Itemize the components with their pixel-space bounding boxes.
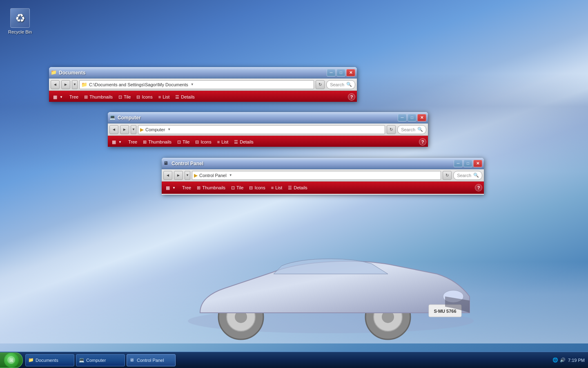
- start-orb: ⊞: [4, 353, 19, 368]
- documents-thumbnails-button[interactable]: ⊞ Thumbnails: [82, 92, 115, 102]
- control-panel-window-icon: 🖥: [163, 160, 170, 167]
- documents-tile-button[interactable]: ⊡ Tile: [116, 92, 133, 102]
- control-panel-view-button[interactable]: ▦ ▼: [163, 183, 179, 193]
- documents-view-icon: ▦: [53, 94, 57, 100]
- control-panel-toolbar: ▦ ▼ Tree ⊞ Thumbnails ⊡ Tile ⊟ Icons ≡ L…: [162, 182, 484, 194]
- control-panel-close-button[interactable]: ✕: [473, 160, 482, 167]
- computer-view-dropdown[interactable]: ▼: [118, 137, 122, 147]
- documents-back-button[interactable]: ◄: [51, 80, 60, 89]
- documents-titlebar[interactable]: 📁 Documents ─ □ ✕: [49, 67, 357, 79]
- computer-nav-dropdown[interactable]: ▼: [131, 125, 136, 134]
- documents-window-icon: 📁: [51, 70, 57, 76]
- documents-details-button[interactable]: ☰ Details: [173, 92, 197, 102]
- control-panel-details-button[interactable]: ☰ Details: [285, 183, 310, 193]
- taskbar-controlpanel-label: Control Panel: [137, 358, 164, 363]
- documents-search-button[interactable]: 🔍: [346, 81, 352, 88]
- documents-search-box[interactable]: Search 🔍: [326, 80, 355, 89]
- computer-icons-button[interactable]: ⊟ Icons: [193, 137, 214, 147]
- computer-thumbnails-button[interactable]: ⊞ Thumbnails: [140, 137, 174, 147]
- control-panel-maximize-button[interactable]: □: [463, 160, 472, 167]
- control-panel-icons-button[interactable]: ⊟ Icons: [247, 183, 267, 193]
- computer-minimize-button[interactable]: ─: [398, 114, 407, 121]
- control-panel-thumbnails-button[interactable]: ⊞ Thumbnails: [194, 183, 228, 193]
- documents-address-dropdown[interactable]: ▼: [191, 83, 194, 86]
- control-panel-help-button[interactable]: ?: [475, 184, 482, 191]
- documents-close-button[interactable]: ✕: [346, 69, 355, 76]
- computer-icons-label: Icons: [200, 139, 211, 144]
- control-panel-tree-button[interactable]: Tree: [180, 183, 194, 193]
- control-panel-thumb-icon: ⊞: [197, 185, 200, 191]
- control-panel-nav-dropdown[interactable]: ▼: [185, 171, 190, 180]
- computer-address-bar: ◄ ► ▼ ▶ Computer ▼ ↻ Search 🔍: [108, 123, 428, 136]
- tray-icons: 🌐 🔊: [552, 357, 566, 363]
- system-clock: 7:19 PM: [568, 358, 585, 363]
- documents-icons-button[interactable]: ⊟ Icons: [134, 92, 155, 102]
- control-panel-tile-button[interactable]: ⊡ Tile: [229, 183, 246, 193]
- documents-view-dropdown[interactable]: ▼: [59, 92, 64, 102]
- computer-tree-button[interactable]: Tree: [126, 137, 140, 147]
- documents-forward-button[interactable]: ►: [61, 80, 70, 89]
- computer-view-icon: ▦: [112, 139, 116, 145]
- computer-thumbnails-label: Thumbnails: [148, 139, 172, 144]
- control-panel-titlebar[interactable]: 🖥 Control Panel ─ □ ✕: [162, 158, 484, 169]
- computer-icons-icon: ⊟: [195, 139, 199, 145]
- taskbar-documents-label: Documents: [36, 358, 58, 363]
- documents-refresh-button[interactable]: ↻: [316, 80, 325, 89]
- computer-back-button[interactable]: ◄: [109, 125, 118, 134]
- computer-forward-button[interactable]: ►: [120, 125, 129, 134]
- documents-address-box[interactable]: 📁 C:\Documents and Settings\Sagor\My Doc…: [79, 80, 314, 89]
- control-panel-list-label: List: [275, 185, 282, 190]
- recycle-bin[interactable]: ♻ Recycle Bin: [8, 8, 32, 34]
- computer-details-button[interactable]: ☰ Details: [232, 137, 256, 147]
- documents-minimize-button[interactable]: ─: [327, 69, 336, 76]
- computer-address-dropdown[interactable]: ▼: [167, 128, 171, 131]
- control-panel-window-title: Control Panel: [172, 161, 454, 166]
- computer-tile-button[interactable]: ⊡ Tile: [175, 137, 192, 147]
- control-panel-minimize-button[interactable]: ─: [454, 160, 463, 167]
- computer-tree-label: Tree: [128, 139, 137, 144]
- computer-details-label: Details: [240, 139, 254, 144]
- taskbar-documents-button[interactable]: 📁 Documents: [25, 354, 74, 366]
- documents-help-button[interactable]: ?: [348, 93, 355, 101]
- computer-search-button[interactable]: 🔍: [417, 126, 423, 133]
- control-panel-back-button[interactable]: ◄: [163, 171, 172, 180]
- ground-decoration: [0, 262, 588, 343]
- documents-view-button[interactable]: ▦ ▼: [51, 92, 66, 102]
- control-panel-window-controls: ─ □ ✕: [454, 160, 482, 167]
- computer-help-button[interactable]: ?: [419, 138, 426, 146]
- network-icon: 🌐: [552, 357, 558, 363]
- documents-list-button[interactable]: ≡ List: [156, 92, 172, 102]
- computer-list-button[interactable]: ≡ List: [215, 137, 231, 147]
- taskbar-computer-button[interactable]: 💻 Computer: [76, 354, 125, 366]
- start-button[interactable]: ⊞: [0, 352, 23, 368]
- computer-search-box[interactable]: Search 🔍: [397, 125, 426, 134]
- documents-tree-button[interactable]: Tree: [67, 92, 81, 102]
- control-panel-icons-label: Icons: [254, 185, 265, 190]
- computer-maximize-button[interactable]: □: [408, 114, 416, 121]
- computer-refresh-button[interactable]: ↻: [387, 125, 396, 134]
- documents-nav-dropdown[interactable]: ▼: [72, 80, 78, 89]
- control-panel-search-text: Search: [457, 173, 471, 178]
- control-panel-view-dropdown[interactable]: ▼: [172, 183, 176, 193]
- control-panel-search-box[interactable]: Search 🔍: [453, 171, 482, 180]
- taskbar-controlpanel-button[interactable]: 🖥 Control Panel: [127, 354, 176, 366]
- computer-details-icon: ☰: [234, 139, 238, 145]
- computer-toolbar: ▦ ▼ Tree ⊞ Thumbnails ⊡ Tile ⊟ Icons ≡ L…: [108, 136, 428, 147]
- taskbar-tray: 🌐 🔊 7:19 PM: [552, 357, 588, 363]
- documents-toolbar: ▦ ▼ Tree ⊞ Thumbnails ⊡ Tile ⊟ Icons ≡ L…: [49, 91, 357, 102]
- computer-titlebar[interactable]: 💻 Computer ─ □ ✕: [108, 112, 428, 123]
- documents-icons-label: Icons: [142, 94, 152, 99]
- control-panel-address-dropdown[interactable]: ▼: [229, 173, 232, 177]
- documents-maximize-button[interactable]: □: [336, 69, 345, 76]
- computer-address-box[interactable]: ▶ Computer ▼: [138, 125, 385, 134]
- computer-close-button[interactable]: ✕: [417, 114, 426, 121]
- control-panel-address-box[interactable]: ▶ Control Panel ▼: [192, 171, 441, 180]
- control-panel-search-button[interactable]: 🔍: [473, 172, 479, 179]
- control-panel-list-button[interactable]: ≡ List: [269, 183, 285, 193]
- computer-tile-label: Tile: [183, 139, 189, 144]
- control-panel-icons-icon: ⊟: [249, 185, 253, 191]
- control-panel-refresh-button[interactable]: ↻: [443, 171, 452, 180]
- taskbar-controlpanel-icon: 🖥: [129, 357, 135, 363]
- computer-view-button[interactable]: ▦ ▼: [109, 137, 125, 147]
- control-panel-forward-button[interactable]: ►: [174, 171, 183, 180]
